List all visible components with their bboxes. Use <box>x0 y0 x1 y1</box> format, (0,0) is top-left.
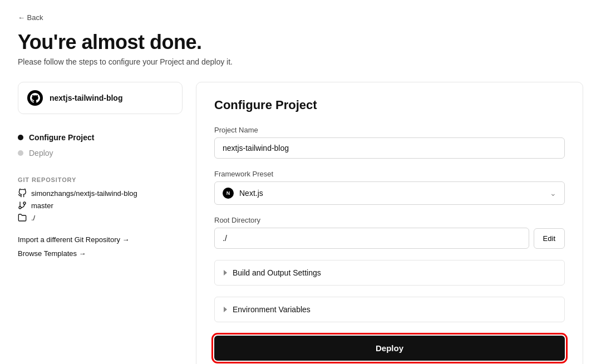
configure-title: Configure Project <box>214 98 565 112</box>
git-section-title: GIT REPOSITORY <box>18 176 183 183</box>
import-repo-link[interactable]: Import a different Git Repository → <box>18 235 183 244</box>
git-branch-name: master <box>31 201 53 210</box>
build-settings-label: Build and Output Settings <box>233 268 321 277</box>
branch-icon <box>18 201 27 210</box>
back-link[interactable]: ← Back <box>18 13 583 22</box>
git-dir-path: ./ <box>31 214 35 222</box>
git-links: Import a different Git Repository → Brow… <box>18 235 183 258</box>
framework-left: N Next.js <box>223 188 263 199</box>
repo-card-name: nextjs-tailwind-blog <box>50 94 122 102</box>
browse-templates-link[interactable]: Browse Templates → <box>18 249 183 258</box>
chevron-down-icon: ⌄ <box>550 189 556 198</box>
chevron-right-env-icon <box>224 307 227 312</box>
step-dot-inactive <box>18 150 23 156</box>
steps-list: Configure Project Deploy <box>18 130 183 161</box>
root-dir-row: Edit <box>214 228 565 249</box>
framework-label: Framework Preset <box>214 170 565 178</box>
github-small-icon <box>18 189 27 198</box>
page-subtitle: Please follow the steps to configure you… <box>18 57 583 66</box>
build-settings-accordion[interactable]: Build and Output Settings <box>214 260 565 286</box>
page-title: You're almost done. <box>18 31 583 54</box>
repo-card: nextjs-tailwind-blog <box>18 82 183 114</box>
root-dir-input[interactable] <box>214 228 529 249</box>
step-dot-active <box>18 135 23 140</box>
folder-icon <box>18 213 27 222</box>
project-name-label: Project Name <box>214 126 565 134</box>
deploy-button[interactable]: Deploy <box>214 336 565 361</box>
env-vars-accordion[interactable]: Environment Variables <box>214 297 565 322</box>
edit-button[interactable]: Edit <box>534 228 565 249</box>
git-repo-name: simonzhangs/nextjs-tailwind-blog <box>31 189 137 198</box>
step-deploy-label: Deploy <box>29 149 53 158</box>
framework-value: Next.js <box>239 189 263 198</box>
sidebar: nextjs-tailwind-blog Configure Project D… <box>18 82 196 364</box>
project-name-input[interactable] <box>214 137 565 159</box>
root-dir-label: Root Directory <box>214 216 565 224</box>
framework-group: Framework Preset N Next.js ⌄ <box>214 170 565 205</box>
git-dir-item: ./ <box>18 213 183 222</box>
chevron-right-icon <box>224 270 227 276</box>
step-configure-label: Configure Project <box>29 133 94 142</box>
env-vars-label: Environment Variables <box>233 305 311 314</box>
git-branch-item: master <box>18 201 183 210</box>
framework-select[interactable]: N Next.js ⌄ <box>214 181 565 205</box>
git-repo-item: simonzhangs/nextjs-tailwind-blog <box>18 189 183 198</box>
project-name-group: Project Name <box>214 126 565 159</box>
nextjs-icon: N <box>223 188 234 199</box>
configure-panel: Configure Project Project Name Framework… <box>196 82 583 364</box>
github-icon <box>27 90 43 106</box>
root-dir-group: Root Directory Edit <box>214 216 565 249</box>
step-configure: Configure Project <box>18 130 183 145</box>
step-deploy: Deploy <box>18 145 183 161</box>
